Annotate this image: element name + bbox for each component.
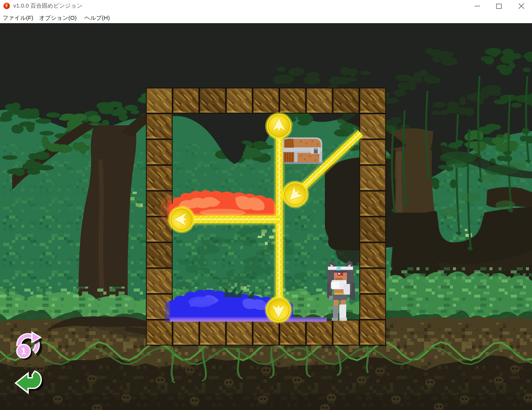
svg-text:1: 1 — [21, 346, 26, 356]
